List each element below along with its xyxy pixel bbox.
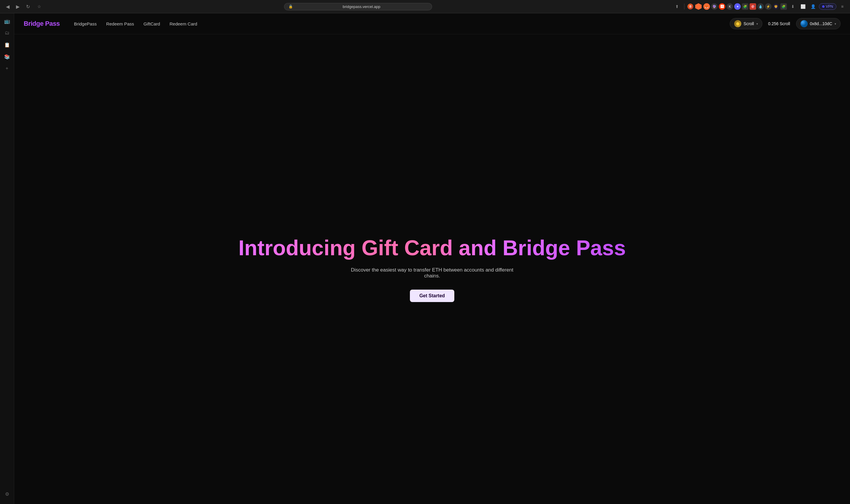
back-button[interactable]: ◀ (3, 2, 12, 11)
sidebar-bottom: ⚙ (2, 489, 13, 502)
forward-button[interactable]: ▶ (14, 2, 22, 11)
nav-link-redeem-pass[interactable]: Redeem Pass (106, 21, 134, 26)
network-avatar: 🟡 (734, 20, 741, 27)
hero-title: Introducing Gift Card and Bridge Pass (238, 236, 626, 260)
vpn-label: VPN (826, 4, 833, 8)
sidebar: 📺 🗂 📋 📚 + ⚙ (0, 13, 14, 504)
vpn-dot (822, 5, 825, 8)
address-avatar (800, 20, 808, 27)
nav-link-bridgepass[interactable]: BridgePass (74, 21, 97, 26)
shield-icon[interactable] (695, 3, 702, 10)
address-button[interactable]: 0x8d...10dC ▾ (796, 18, 841, 29)
main-content: Bridge Pass BridgePass Redeem Pass GiftC… (14, 13, 850, 504)
sidebar-icon-tabs[interactable]: 🗂 (2, 28, 13, 38)
extension-icons: 🦊 🔮 🅰 K ✦ 🧩 🎯 💧 ⚡ 🦁 🧩 (703, 3, 787, 10)
address-chevron: ▾ (835, 22, 836, 25)
ext-icon-2[interactable]: 🔮 (711, 3, 718, 10)
nav-buttons: ◀ ▶ ↻ (3, 2, 32, 11)
nav-link-giftcard[interactable]: GiftCard (144, 21, 160, 26)
ext-icon-7[interactable]: 🎯 (749, 3, 756, 10)
browser-chrome: ◀ ▶ ↻ ☆ 🔒 bridgepass.vercel.app ⬆ B 🦊 🔮 … (0, 0, 850, 13)
vpn-badge[interactable]: VPN (819, 3, 836, 10)
wallet-section: 🟡 Scroll ▾ 0.256 Scroll (730, 18, 840, 29)
sidebar-icon-add[interactable]: + (2, 63, 13, 74)
network-name: Scroll (744, 21, 754, 26)
ext-icon-3[interactable]: 🅰 (719, 3, 725, 10)
app-logo: Bridge Pass (24, 20, 60, 28)
menu-button[interactable]: ≡ (838, 2, 847, 11)
share-button[interactable]: ⬆ (673, 2, 681, 11)
lock-icon: 🔒 (288, 4, 293, 8)
hero-subtitle: Discover the easiest way to transfer ETH… (343, 267, 521, 279)
ext-icon-11[interactable]: 🧩 (780, 3, 787, 10)
nav-links: BridgePass Redeem Pass GiftCard Redeem C… (74, 21, 730, 26)
network-chevron: ▾ (756, 22, 758, 25)
svg-point-0 (800, 20, 808, 27)
layout: 📺 🗂 📋 📚 + ⚙ Bridge Pass BridgePass Redee… (0, 13, 850, 504)
sidebar-icon-clipboard[interactable]: 📋 (2, 39, 13, 50)
profile-button[interactable]: 👤 (809, 2, 817, 11)
nav-link-redeem-card[interactable]: Redeem Card (169, 21, 197, 26)
browser-actions: ⬆ B 🦊 🔮 🅰 K ✦ 🧩 🎯 💧 ⚡ 🦁 🧩 ⬇ ⬜ 👤 (673, 2, 847, 11)
sidebar-icon-library[interactable]: 📚 (2, 51, 13, 62)
ext-icon-8[interactable]: 💧 (757, 3, 764, 10)
ext-icon-5[interactable]: ✦ (734, 3, 741, 10)
ext-icon-6[interactable]: 🧩 (742, 3, 748, 10)
address-bar[interactable]: 🔒 bridgepass.vercel.app (284, 3, 432, 11)
ext-icon-1[interactable]: 🦊 (703, 3, 710, 10)
wallet-address: 0x8d...10dC (810, 21, 833, 26)
settings-icon[interactable]: ⚙ (2, 489, 13, 499)
hero-section: Introducing Gift Card and Bridge Pass Di… (14, 34, 850, 504)
download-button[interactable]: ⬇ (789, 2, 797, 11)
window-button[interactable]: ⬜ (799, 2, 807, 11)
get-started-button[interactable]: Get Started (410, 290, 454, 302)
brave-icon[interactable]: B (687, 3, 693, 10)
balance-display: 0.256 Scroll (765, 20, 794, 28)
url-text: bridgepass.vercel.app (295, 4, 428, 9)
ext-icon-9[interactable]: ⚡ (765, 3, 772, 10)
reload-button[interactable]: ↻ (24, 2, 32, 11)
bookmark-button[interactable]: ☆ (35, 2, 43, 11)
ext-icon-4[interactable]: K (726, 3, 733, 10)
ext-icon-10[interactable]: 🦁 (773, 3, 779, 10)
browser-toolbar: ◀ ▶ ↻ ☆ 🔒 bridgepass.vercel.app ⬆ B 🦊 🔮 … (0, 0, 850, 13)
sidebar-icon-video[interactable]: 📺 (2, 16, 13, 26)
network-button[interactable]: 🟡 Scroll ▾ (730, 18, 762, 29)
app-navbar: Bridge Pass BridgePass Redeem Pass GiftC… (14, 13, 850, 34)
